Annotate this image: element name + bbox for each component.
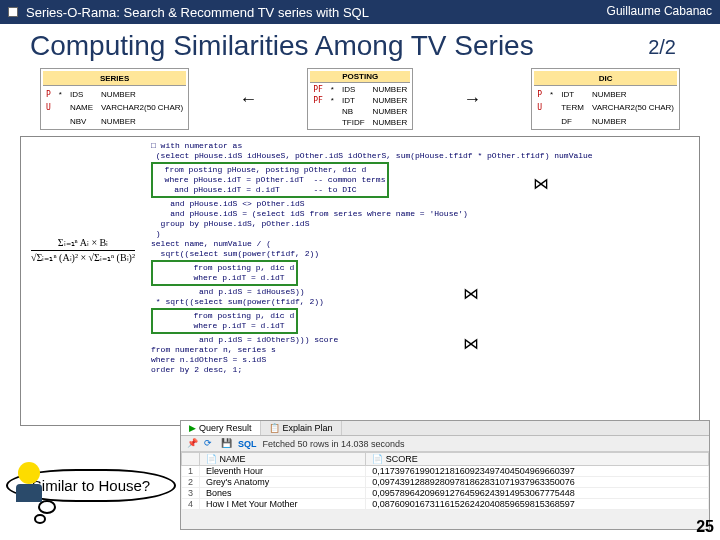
schema-posting: POSTING PF*IDSNUMBER PF*IDTNUMBER NBNUMB… [307,68,413,130]
sql-label[interactable]: SQL [238,439,257,449]
fk-arrow-icon: → [463,89,481,110]
join-icon: ⋈ [463,285,479,305]
author-label: Guillaume Cabanac [607,4,712,18]
join-icon: ⋈ [463,335,479,355]
homer-icon [12,462,46,502]
explain-icon: 📋 [269,423,280,433]
bullet-square-icon [8,7,18,17]
table-row[interactable]: 3Bones0,09578964209691276459624391495306… [182,488,709,499]
save-icon[interactable]: 💾 [221,438,232,449]
highlight-box: from posting p, dic d where p.idT = d.id… [151,260,298,286]
highlight-box: from posting p, dic d where p.idT = d.id… [151,308,298,334]
result-tabs: ▶ Query Result 📋 Explain Plan [181,421,709,436]
col-score[interactable]: 📄 SCORE [366,453,709,466]
bubble-text: Similar to House? [32,477,150,494]
result-toolbar: 📌 ⟳ 💾 SQL Fetched 50 rows in 14.038 seco… [181,436,709,452]
refresh-icon[interactable]: ⟳ [204,438,215,449]
play-icon: ▶ [189,423,196,433]
col-name[interactable]: 📄 NAME [200,453,366,466]
page-title: Computing Similarities Among TV Series [0,24,720,66]
status-text: Fetched 50 rows in 14.038 seconds [263,439,405,449]
slide-number: 25 [696,518,714,536]
col-rownum [182,453,200,466]
breadcrumb: Series-O-Rama: Search & Recommend TV ser… [26,5,369,20]
fk-arrow-icon: ← [239,89,257,110]
table-row[interactable]: 4How I Met Your Mother0,0876090167311615… [182,499,709,510]
schema-series: SERIES P*IDSNUMBER UNAMEVARCHAR2(50 CHAR… [40,68,189,130]
thought-bubble-area: Similar to House? [6,469,176,502]
table-row[interactable]: 1Eleventh Hour0,117397619901218160923497… [182,466,709,477]
query-result-panel: ▶ Query Result 📋 Explain Plan 📌 ⟳ 💾 SQL … [180,420,710,530]
header-bar: Series-O-Rama: Search & Recommend TV ser… [0,0,720,24]
tab-explain-plan[interactable]: 📋 Explain Plan [261,421,342,435]
table-row[interactable]: 2Grey's Anatomy0,09743912889280978186283… [182,477,709,488]
result-grid: 📄 NAME 📄 SCORE 1Eleventh Hour0,117397619… [181,452,709,510]
tab-query-result[interactable]: ▶ Query Result [181,421,261,435]
highlight-box: from posting pHouse, posting pOther, dic… [151,162,389,198]
sql-line: □ with numerator as [151,141,697,151]
schema-row: SERIES P*IDSNUMBER UNAMEVARCHAR2(50 CHAR… [0,66,720,132]
page-indicator: 2/2 [648,36,676,59]
schema-dic: DIC P*IDTNUMBER UTERMVARCHAR2(50 CHAR) D… [531,68,680,130]
pin-icon[interactable]: 📌 [187,438,198,449]
cosine-formula: Σᵢ₌₁ⁿ Aᵢ × Bᵢ √Σᵢ₌₁ⁿ (Aᵢ)² × √Σᵢ₌₁ⁿ (Bᵢ)… [23,237,143,264]
sql-editor: Σᵢ₌₁ⁿ Aᵢ × Bᵢ √Σᵢ₌₁ⁿ (Aᵢ)² × √Σᵢ₌₁ⁿ (Bᵢ)… [20,136,700,426]
join-icon: ⋈ [533,175,549,195]
